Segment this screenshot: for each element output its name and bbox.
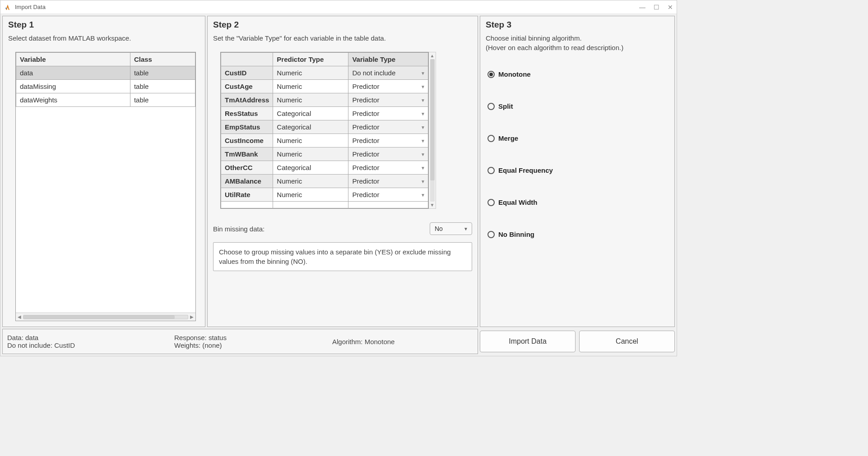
status-weights: Weights: (none) (174, 341, 332, 349)
step2-row-name: EmpStatus (221, 120, 273, 134)
hscroll-thumb[interactable] (23, 315, 175, 319)
step2-row: CustAgeNumericPredictor▼ (221, 80, 428, 93)
vscroll-track[interactable] (430, 59, 435, 202)
step2-row-name: TmAtAddress (221, 93, 273, 107)
step1-header-class[interactable]: Class (130, 53, 195, 66)
scroll-down-icon[interactable]: ▼ (430, 203, 435, 207)
step2-row: UtilRateNumericPredictor▼ (221, 188, 428, 202)
radio-label: Merge (498, 134, 518, 142)
step2-variable-type-value: Predictor (352, 110, 379, 117)
window-controls: — ☐ ✕ (639, 4, 673, 11)
hscroll-track[interactable] (23, 315, 188, 319)
step1-cell-variable: dataMissing (16, 80, 130, 93)
radio-icon (487, 167, 495, 174)
step2-variable-type-value: Do not include (352, 69, 395, 77)
import-data-dialog: Import Data — ☐ ✕ Step 1 Select dataset … (0, 0, 677, 356)
step2-variable-type-value: Predictor (352, 137, 379, 144)
maximize-button[interactable]: ☐ (654, 4, 659, 11)
status-do-not-include: Do not include: CustID (7, 341, 174, 349)
radio-option[interactable]: Merge (487, 134, 669, 142)
chevron-down-icon: ▼ (421, 111, 425, 116)
step3-panel: Step 3 Choose initial binning algorithm.… (480, 16, 675, 327)
step2-variable-type-select[interactable]: Predictor▼ (348, 120, 428, 134)
step2-variable-type-select[interactable]: Predictor▼ (348, 80, 428, 93)
status-algorithm: Algorithm: Monotone (332, 338, 473, 345)
status-response: Response: status (174, 334, 332, 341)
step2-variable-type-value: Predictor (352, 164, 379, 171)
step1-instruction: Select dataset from MATLAB workspace. (8, 34, 200, 42)
step2-row-partial (221, 202, 428, 208)
radio-label: No Binning (498, 230, 534, 238)
chevron-down-icon: ▼ (421, 84, 425, 89)
chevron-down-icon: ▼ (421, 70, 425, 75)
step2-predictor-type-cell: Numeric (273, 175, 348, 188)
step3-instruction-2: (Hover on each algorithm to read descrip… (486, 44, 669, 51)
radio-option[interactable]: Monotone (487, 70, 669, 78)
chevron-down-icon: ▼ (421, 97, 425, 102)
step2-predictor-type-cell: Numeric (273, 80, 348, 93)
cancel-button[interactable]: Cancel (579, 331, 675, 352)
vscroll-thumb[interactable] (430, 59, 435, 180)
scroll-left-icon[interactable]: ◀ (18, 314, 21, 319)
step1-header-variable[interactable]: Variable (16, 53, 130, 66)
step2-panel: Step 2 Set the "Variable Type" for each … (207, 16, 478, 327)
step2-predictor-type-cell: Numeric (273, 93, 348, 107)
step2-variable-type-select[interactable]: Predictor▼ (348, 134, 428, 147)
step1-panel: Step 1 Select dataset from MATLAB worksp… (2, 16, 205, 327)
minimize-button[interactable]: — (639, 4, 645, 11)
step1-cell-class: table (130, 66, 195, 80)
scroll-up-icon[interactable]: ▲ (430, 53, 435, 58)
step2-variable-type-select[interactable]: Predictor▼ (348, 93, 428, 107)
close-button[interactable]: ✕ (668, 4, 673, 11)
step2-header-variable-type[interactable]: Variable Type (348, 53, 428, 66)
chevron-down-icon: ▼ (421, 165, 425, 170)
step2-variable-type-select[interactable]: Predictor▼ (348, 188, 428, 202)
step2-row-name: TmWBank (221, 147, 273, 161)
radio-label: Equal Frequency (498, 166, 553, 174)
step2-predictor-type-cell: Numeric (273, 134, 348, 147)
window-title: Import Data (15, 4, 639, 10)
step2-header-predictor-type[interactable]: Predictor Type (273, 53, 348, 66)
step2-instruction: Set the "Variable Type" for each variabl… (213, 34, 472, 42)
chevron-down-icon: ▼ (421, 124, 425, 129)
radio-option[interactable]: Equal Frequency (487, 166, 669, 174)
step2-row-name: AMBalance (221, 175, 273, 188)
step2-variable-type-select[interactable]: Predictor▼ (348, 175, 428, 188)
radio-icon (487, 199, 495, 206)
bin-missing-value: No (435, 225, 443, 232)
radio-label: Equal Width (498, 198, 538, 206)
radio-option[interactable]: Split (487, 102, 669, 110)
step2-row-name: CustIncome (221, 134, 273, 147)
step2-variable-type-select[interactable]: Predictor▼ (348, 107, 428, 120)
step2-row: TmAtAddressNumericPredictor▼ (221, 93, 428, 107)
chevron-down-icon: ▼ (464, 226, 468, 231)
step2-variable-type-select[interactable]: Do not include▼ (348, 66, 428, 80)
step2-predictor-type-cell: Numeric (273, 188, 348, 202)
step1-hscrollbar[interactable]: ◀ ▶ (16, 313, 195, 321)
radio-option[interactable]: No Binning (487, 230, 669, 238)
step2-variable-type-select[interactable]: Predictor▼ (348, 147, 428, 161)
step2-row: EmpStatusCategoricalPredictor▼ (221, 120, 428, 134)
step1-row[interactable]: dataMissingtable (16, 80, 195, 93)
radio-option[interactable]: Equal Width (487, 198, 669, 206)
radio-label: Monotone (498, 70, 531, 78)
scroll-right-icon[interactable]: ▶ (190, 314, 194, 319)
bin-missing-label: Bin missing data: (213, 225, 430, 233)
step2-vscrollbar[interactable]: ▲ ▼ (429, 52, 436, 209)
bin-missing-hint: Choose to group missing values into a se… (213, 242, 472, 271)
bin-missing-select[interactable]: No ▼ (430, 222, 472, 235)
step2-variable-type-select[interactable]: Predictor▼ (348, 161, 428, 175)
step2-row-name: CustAge (221, 80, 273, 93)
radio-label: Split (498, 102, 513, 110)
step2-row-name: OtherCC (221, 161, 273, 175)
step2-row: CustIDNumericDo not include▼ (221, 66, 428, 80)
step1-row[interactable]: dataWeightstable (16, 93, 195, 107)
step1-cell-variable: data (16, 66, 130, 80)
step2-header-blank (221, 53, 273, 66)
binning-algorithm-radio-group: MonotoneSplitMergeEqual FrequencyEqual W… (486, 70, 669, 238)
step1-row[interactable]: datatable (16, 66, 195, 80)
radio-icon (487, 71, 495, 78)
radio-icon (487, 103, 495, 110)
step2-variable-type-value: Predictor (352, 150, 379, 158)
import-data-button[interactable]: Import Data (480, 331, 576, 352)
